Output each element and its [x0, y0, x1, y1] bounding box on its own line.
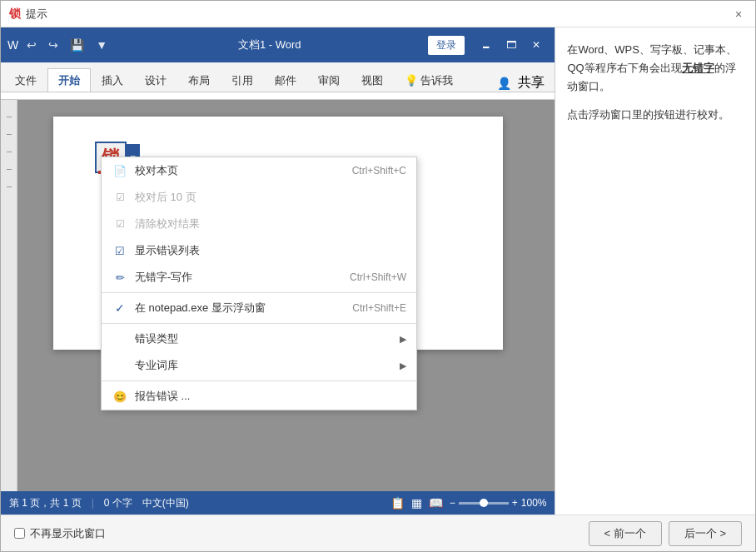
- ctx-shortcut-no-error-write: Ctrl+Shift+W: [350, 271, 406, 283]
- zoom-plus-button[interactable]: +: [512, 497, 518, 509]
- status-icons: 📋 ▦ 📖 − + 100%: [390, 496, 547, 510]
- word-statusbar: 第 1 页，共 1 页 | 0 个字 中文(中国) 📋 ▦ 📖 − + 100%: [1, 491, 555, 515]
- window-controls: 🗕 🗖 ✕: [475, 33, 548, 57]
- report-error-icon: 😊: [112, 388, 128, 405]
- word-title-left: W ↩ ↪ 💾 ▼: [7, 37, 111, 53]
- ctx-separator-3: [102, 380, 416, 381]
- word-window: W ↩ ↪ 💾 ▼ 文档1 - Word 登录 🗕 🗖 ✕ 文件: [1, 27, 555, 515]
- ctx-item-no-error-write[interactable]: ✏ 无错字-写作 Ctrl+Shift+W: [102, 264, 416, 291]
- ctx-separator-1: [102, 292, 416, 293]
- dialog-title-text: 提示: [26, 7, 47, 22]
- clear-results-icon: ☑: [112, 216, 128, 232]
- tab-view[interactable]: 视图: [351, 68, 394, 92]
- status-sep-1: |: [92, 497, 94, 509]
- minimize-button[interactable]: 🗕: [475, 33, 498, 57]
- show-notepad-check-icon: ✓: [112, 300, 128, 316]
- ctx-item-vocab-lib[interactable]: 专业词库 ▶: [102, 352, 416, 379]
- no-show-label: 不再显示此窗口: [30, 526, 106, 541]
- view-read-icon[interactable]: 📖: [429, 496, 443, 510]
- no-show-checkbox-label[interactable]: 不再显示此窗口: [14, 526, 106, 541]
- help-text-1: 在Word、WPS、写字板、记事本、QQ等程序右下角会出现无错字的浮动窗口。: [567, 41, 744, 96]
- dialog-titlebar: 锁 提示 ×: [1, 1, 755, 27]
- error-type-arrow-icon: ▶: [400, 334, 406, 345]
- word-ribbon: 文件 开始 插入 设计 布局 引用 邮件 审阅 视图 💡告诉我 👤 共享: [1, 62, 555, 100]
- ctx-label-proofread-page: 校对本页: [135, 163, 336, 178]
- error-type-icon: [112, 331, 128, 347]
- tab-design[interactable]: 设计: [134, 68, 177, 92]
- left-ruler: [1, 100, 17, 491]
- no-error-write-icon: ✏: [112, 269, 128, 286]
- proofread-page-icon: 📄: [112, 162, 128, 179]
- dialog-footer: 不再显示此窗口 < 前一个 后一个 >: [1, 515, 755, 551]
- view-layout-icon[interactable]: ▦: [411, 496, 422, 510]
- redo-button[interactable]: ↪: [45, 37, 62, 53]
- zoom-level: 100%: [521, 497, 547, 509]
- ctx-item-clear-results: ☑ 清除校对结果: [102, 211, 416, 237]
- quick-access-more[interactable]: ▼: [92, 37, 111, 53]
- no-show-checkbox[interactable]: [14, 528, 25, 539]
- vocab-lib-icon: [112, 357, 128, 374]
- close-button[interactable]: ✕: [525, 33, 548, 57]
- show-errors-icon: ☑: [112, 242, 128, 259]
- ctx-item-show-errors[interactable]: ☑ 显示错误列表: [102, 237, 416, 264]
- status-page: 第 1 页，共 1 页: [9, 496, 82, 510]
- context-menu: 📄 校对本页 Ctrl+Shift+C ☑ 校对后 10 页 ☑ 清除校对结果: [101, 157, 417, 410]
- ctx-separator-2: [102, 323, 416, 324]
- ctx-label-no-error-write: 无错字-写作: [135, 270, 333, 285]
- word-doc-area: 🛡 安下载 anxz 锁 ▼ 📄 校: [1, 100, 555, 491]
- word-title: 文档1 - Word: [116, 37, 423, 52]
- save-button[interactable]: 💾: [67, 37, 87, 53]
- dialog-close-button[interactable]: ×: [730, 6, 747, 22]
- prev-button[interactable]: < 前一个: [589, 521, 662, 546]
- tab-file[interactable]: 文件: [4, 68, 47, 92]
- ribbon-tabs: 文件 开始 插入 设计 布局 引用 邮件 审阅 视图 💡告诉我 👤 共享: [1, 62, 555, 92]
- ctx-label-vocab-lib: 专业词库: [135, 358, 393, 373]
- ctx-item-report-error[interactable]: 😊 报告错误 ...: [102, 383, 416, 410]
- help-text-2: 点击浮动窗口里的按钮进行校对。: [567, 106, 744, 124]
- tab-mailings[interactable]: 邮件: [264, 68, 307, 92]
- ctx-label-report-error: 报告错误 ...: [135, 389, 406, 404]
- help-highlight: 无错字: [682, 62, 714, 74]
- tab-review[interactable]: 审阅: [307, 68, 351, 92]
- status-lang: 中文(中国): [142, 496, 189, 510]
- dialog-title-icon: 锁: [9, 7, 21, 22]
- login-button[interactable]: 登录: [428, 36, 465, 55]
- next-button[interactable]: 后一个 >: [669, 521, 742, 546]
- ctx-item-show-notepad[interactable]: ✓ 在 notepad.exe 显示浮动窗 Ctrl+Shift+E: [102, 295, 416, 321]
- word-icon: W: [7, 38, 18, 52]
- ctx-item-proofread-10: ☑ 校对后 10 页: [102, 184, 416, 211]
- tab-layout[interactable]: 布局: [177, 68, 221, 92]
- word-titlebar: W ↩ ↪ 💾 ▼ 文档1 - Word 登录 🗕 🗖 ✕: [1, 27, 555, 62]
- tab-tell-me[interactable]: 💡告诉我: [394, 68, 464, 92]
- ctx-label-clear-results: 清除校对结果: [135, 216, 406, 231]
- ctx-shortcut-proofread-page: Ctrl+Shift+C: [352, 165, 406, 177]
- tab-home[interactable]: 开始: [47, 68, 91, 92]
- proofread-10-icon: ☑: [112, 189, 128, 206]
- zoom-slider[interactable]: [459, 502, 509, 505]
- ctx-item-proofread-page[interactable]: 📄 校对本页 Ctrl+Shift+C: [102, 157, 416, 184]
- ctx-label-show-errors: 显示错误列表: [135, 243, 406, 258]
- ctx-label-proofread-10: 校对后 10 页: [135, 190, 406, 205]
- help-panel: 在Word、WPS、写字板、记事本、QQ等程序右下角会出现无错字的浮动窗口。 点…: [555, 27, 755, 515]
- tab-insert[interactable]: 插入: [91, 68, 134, 92]
- outer-dialog: 锁 提示 × W ↩ ↪ 💾 ▼ 文档1 - Word 登录 🗕 🗖: [0, 0, 756, 552]
- zoom-thumb: [480, 499, 488, 507]
- share-button[interactable]: 👤 共享: [497, 74, 551, 92]
- ctx-item-error-type[interactable]: 错误类型 ▶: [102, 326, 416, 352]
- footer-buttons: < 前一个 后一个 >: [589, 521, 742, 546]
- status-zoom: − + 100%: [450, 497, 547, 509]
- view-normal-icon[interactable]: 📋: [390, 496, 405, 510]
- tab-references[interactable]: 引用: [221, 68, 264, 92]
- vocab-lib-arrow-icon: ▶: [400, 361, 406, 371]
- ctx-label-error-type: 错误类型: [135, 331, 393, 346]
- ctx-label-show-notepad: 在 notepad.exe 显示浮动窗: [135, 301, 336, 316]
- maximize-button[interactable]: 🗖: [500, 33, 523, 57]
- undo-button[interactable]: ↩: [23, 37, 40, 53]
- dialog-content: W ↩ ↪ 💾 ▼ 文档1 - Word 登录 🗕 🗖 ✕ 文件: [1, 27, 755, 515]
- status-words: 0 个字: [104, 496, 132, 510]
- ctx-shortcut-show-notepad: Ctrl+Shift+E: [352, 302, 406, 314]
- zoom-minus-button[interactable]: −: [450, 497, 455, 509]
